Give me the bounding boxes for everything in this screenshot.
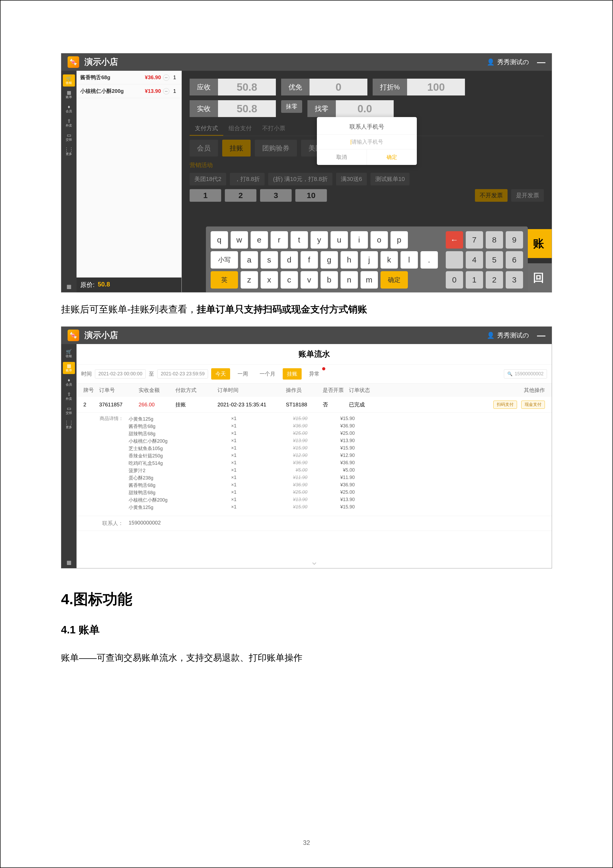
key-o[interactable]: o [370, 231, 388, 248]
key-.[interactable]: . [421, 251, 438, 268]
sidebar-item-cashier[interactable]: 🛒收银 [63, 74, 75, 87]
sidebar-item-takeout[interactable]: ⇪外卖 [63, 117, 75, 129]
key-m[interactable]: m [361, 271, 378, 288]
date-to-input[interactable]: 2021-02-23 23:59:59 [157, 369, 208, 378]
key-4[interactable]: 4 [466, 251, 483, 268]
key-w[interactable]: w [231, 231, 248, 248]
list-item: 小核桃仁小酥200g×1¥13.90¥13.90 [128, 496, 547, 504]
scan-pay-button[interactable]: 扫码支付 [493, 401, 517, 409]
caption-text: 挂账后可至账单-挂账列表查看，挂单订单只支持扫码或现金支付方式销账 [61, 303, 552, 316]
key-r[interactable]: r [271, 231, 288, 248]
key-0[interactable]: 0 [446, 271, 463, 288]
key-b[interactable]: b [320, 271, 338, 288]
round-button[interactable]: 抹零 [281, 100, 302, 113]
value-discount: 0 [310, 79, 367, 96]
user-label[interactable]: 秀秀测试の [487, 331, 529, 339]
key-blank [446, 251, 463, 268]
key-3[interactable]: 3 [506, 271, 523, 288]
key-enter[interactable]: 确定 [381, 271, 408, 288]
list-item: 香辣金针菇250g×1¥12.90¥12.90 [128, 452, 547, 459]
key-lang[interactable]: 英 [211, 271, 238, 288]
sidebar-item-cashier[interactable]: 🛒收银 [63, 348, 75, 360]
store-name: 演示小店 [84, 330, 487, 341]
key-s[interactable]: s [261, 251, 278, 268]
filter-month-button[interactable]: 一个月 [255, 368, 280, 380]
store-name: 演示小店 [84, 56, 487, 68]
key-i[interactable]: i [351, 231, 368, 248]
key-6[interactable]: 6 [506, 251, 523, 268]
list-item: 小核桃仁小酥200g×1¥13.90¥13.90 [128, 437, 547, 445]
key-c[interactable]: c [280, 271, 298, 288]
minus-icon[interactable]: − [163, 74, 169, 81]
filter-exception-button[interactable]: 异常 [305, 368, 324, 380]
key-v[interactable]: v [300, 271, 318, 288]
filter-week-button[interactable]: 一周 [233, 368, 252, 380]
key-u[interactable]: u [331, 231, 348, 248]
section-heading-4: 4.图标功能 [61, 589, 552, 609]
sidebar-item-member[interactable]: ♦会员 [63, 103, 75, 115]
key-5[interactable]: 5 [486, 251, 503, 268]
cart-item-name: 小核桃仁小酥200g [80, 88, 145, 95]
key-p[interactable]: p [390, 231, 408, 248]
table-row[interactable]: 2 37611857 266.00 挂账 2021-02-23 15:35:41… [76, 397, 552, 413]
sidebar-item-takeout[interactable]: ⇪外卖 [63, 391, 75, 403]
sidebar-item-bill[interactable]: ▦账单 [63, 362, 75, 374]
search-input[interactable]: 15900000002 [504, 369, 547, 378]
key-f[interactable]: f [300, 251, 318, 268]
filter-today-button[interactable]: 今天 [211, 368, 230, 380]
sidebar-apps-icon[interactable]: ▦ [67, 283, 71, 290]
cart-item-qty: 1 [172, 88, 178, 94]
phone-input[interactable]: |请输入手机号 [317, 135, 417, 149]
key-e[interactable]: e [251, 231, 268, 248]
key-a[interactable]: a [241, 251, 258, 268]
sidebar-item-shift[interactable]: ▭交班 [63, 131, 75, 143]
key-t[interactable]: t [291, 231, 308, 248]
key-h[interactable]: h [341, 251, 358, 268]
cart-item[interactable]: 酱香鸭舌68g ¥36.90 − 1 [76, 71, 181, 84]
sidebar-item-bill[interactable]: ▦账单 [63, 88, 75, 101]
key-x[interactable]: x [261, 271, 278, 288]
key-j[interactable]: j [361, 251, 378, 268]
key-k[interactable]: k [381, 251, 398, 268]
sidebar-item-shift[interactable]: ▭交班 [63, 405, 75, 417]
date-from-input[interactable]: 2021-02-23 00:00:00 [95, 369, 146, 378]
key-9[interactable]: 9 [506, 231, 523, 248]
value-change: 0.0 [336, 100, 394, 117]
minimize-button[interactable]: — [537, 331, 545, 340]
label-percent: 打折% [373, 79, 407, 96]
key-1[interactable]: 1 [466, 271, 483, 288]
modal-confirm-button[interactable]: 确定 [367, 149, 417, 165]
table-header: 牌号 订单号 实收金额 付款方式 订单时间 操作员 是否开票 订单状态 其他操作 [76, 383, 552, 397]
sidebar-item-member[interactable]: ♦会员 [63, 376, 75, 388]
list-item: 甜辣鸭舌68g×1¥25.00¥25.00 [128, 489, 547, 496]
sidebar-item-more[interactable]: ⋮⋮更多 [63, 146, 75, 158]
expand-chevron-icon[interactable]: ⌄ [76, 555, 552, 568]
key-←[interactable]: ← [446, 231, 463, 248]
minus-icon[interactable]: − [163, 88, 169, 95]
key-n[interactable]: n [341, 271, 358, 288]
key-y[interactable]: y [311, 231, 328, 248]
cash-pay-button[interactable]: 现金支付 [521, 401, 545, 409]
modal-cancel-button[interactable]: 取消 [317, 149, 367, 165]
list-item: 蛋心酥238g×1¥11.90¥11.90 [128, 474, 547, 482]
key-2[interactable]: 2 [486, 271, 503, 288]
minimize-button[interactable]: — [537, 57, 545, 67]
key-l[interactable]: l [401, 251, 418, 268]
label-time: 时间 [81, 370, 92, 377]
filter-credit-button[interactable]: 挂账 [283, 368, 302, 380]
cart-item-price: ¥13.90 [145, 88, 161, 94]
key-8[interactable]: 8 [486, 231, 503, 248]
key-z[interactable]: z [241, 271, 258, 288]
key-g[interactable]: g [320, 251, 338, 268]
app-header: 🍬 演示小店 秀秀测试の — [61, 327, 552, 344]
cart-item[interactable]: 小核桃仁小酥200g ¥13.90 − 1 [76, 84, 181, 98]
key-7[interactable]: 7 [466, 231, 483, 248]
key-d[interactable]: d [280, 251, 298, 268]
user-label[interactable]: 秀秀测试の [487, 58, 529, 66]
sidebar-apps-icon[interactable]: ▦ [67, 559, 71, 566]
sidebar: 🛒收银 ▦账单 ♦会员 ⇪外卖 ▭交班 ⋮⋮更多 ▦ [61, 344, 76, 568]
key-q[interactable]: q [211, 231, 228, 248]
key-case[interactable]: 小写 [211, 251, 238, 268]
label-discount: 优免 [281, 79, 310, 96]
sidebar-item-more[interactable]: ⋮⋮更多 [63, 419, 75, 431]
